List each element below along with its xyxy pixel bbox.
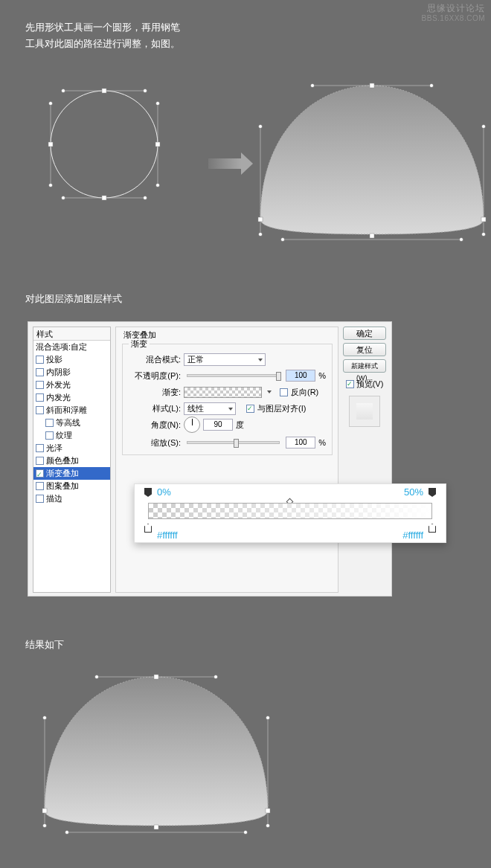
svg-point-32 (460, 238, 463, 242)
svg-point-25 (311, 84, 315, 88)
scale-slider[interactable] (187, 441, 280, 444)
style-row-9[interactable]: 渐变叠加 (33, 467, 110, 480)
angle-label: 角度(N): (129, 419, 181, 431)
svg-rect-21 (370, 83, 374, 88)
opacity-left-label: 0% (157, 486, 171, 498)
style-row-7[interactable]: 光泽 (33, 442, 110, 454)
style-row-11[interactable]: 描边 (33, 492, 110, 505)
dialog-buttons: 确定 复位 新建样式(W)... 预览(V) (342, 327, 387, 427)
svg-point-47 (65, 831, 69, 835)
style-row-5[interactable]: 等高线 (33, 417, 110, 429)
style-row-10[interactable]: 图案叠加 (33, 480, 110, 492)
preview-checkbox[interactable] (346, 380, 354, 388)
style-checkbox[interactable] (36, 393, 44, 402)
style-checkbox[interactable] (36, 368, 44, 376)
opacity-stop-left[interactable] (144, 488, 152, 497)
style-checkbox[interactable] (36, 406, 44, 414)
style-checkbox[interactable] (36, 356, 44, 364)
style-checkbox[interactable] (36, 381, 44, 389)
style-checkbox[interactable] (36, 444, 44, 452)
color-stop-left[interactable] (144, 524, 152, 533)
blend-options-row[interactable]: 混合选项:自定 (33, 341, 110, 353)
style-row-2[interactable]: 外发光 (33, 379, 110, 391)
opacity-stop-right[interactable] (429, 488, 436, 497)
ok-button[interactable]: 确定 (343, 327, 386, 340)
style-row-6[interactable]: 纹理 (33, 429, 110, 442)
style-label: 光泽 (46, 442, 62, 454)
align-checkbox[interactable] (246, 405, 254, 413)
style-label: 图案叠加 (46, 480, 79, 492)
scale-input[interactable]: 100 (286, 437, 315, 449)
styles-list: 样式 混合选项:自定 投影内阴影外发光内发光斜面和浮雕等高线纹理光泽颜色叠加渐变… (33, 327, 111, 593)
svg-rect-8 (155, 142, 160, 147)
svg-rect-39 (266, 808, 270, 813)
color-right-label: #ffffff (402, 530, 423, 541)
style-row-1[interactable]: 内阴影 (33, 366, 110, 379)
svg-rect-37 (154, 675, 158, 679)
circle-path (48, 89, 160, 200)
settings-panel: 渐变叠加 渐变 混合模式: 正常 不透明度(P): 100 % 渐变: 反向( (115, 327, 338, 593)
svg-rect-23 (481, 217, 486, 222)
svg-point-0 (51, 91, 158, 198)
style-select[interactable]: 线性 (184, 402, 236, 415)
style-checkbox[interactable] (36, 469, 44, 478)
group-legend: 渐变 (129, 338, 150, 350)
style-checkbox[interactable] (45, 419, 54, 427)
svg-rect-38 (42, 808, 47, 813)
reset-button[interactable]: 复位 (343, 343, 386, 356)
blendmode-label: 混合模式: (129, 354, 181, 365)
style-row-0[interactable]: 投影 (33, 353, 110, 366)
opacity-label: 不透明度(P): (129, 370, 181, 382)
svg-point-11 (62, 196, 65, 200)
angle-dial[interactable] (184, 417, 200, 433)
styles-header: 样式 (33, 327, 110, 341)
watermark: 思缘设计论坛 BBS.16XX8.COM (422, 3, 485, 24)
style-label: 颜色叠加 (46, 454, 79, 467)
style-checkbox[interactable] (36, 482, 44, 490)
color-stop-right[interactable] (429, 524, 436, 533)
style-checkbox[interactable] (36, 495, 44, 503)
gradient-picker[interactable] (184, 387, 262, 398)
style-row-3[interactable]: 内发光 (33, 391, 110, 404)
blendmode-select[interactable]: 正常 (184, 353, 266, 366)
style-row-4[interactable]: 斜面和浮雕 (33, 404, 110, 417)
svg-point-9 (62, 89, 65, 93)
svg-point-48 (244, 831, 248, 835)
svg-rect-5 (102, 89, 106, 93)
watermark-line2: BBS.16XX8.COM (422, 13, 485, 24)
style-label: 投影 (46, 353, 62, 366)
layer-style-dialog: 样式 混合选项:自定 投影内阴影外发光内发光斜面和浮雕等高线纹理光泽颜色叠加渐变… (28, 321, 392, 597)
opacity-input[interactable]: 100 (286, 370, 315, 382)
intro-line1: 先用形状工具画一个圆形，再用钢笔 (25, 19, 180, 36)
style-label: 内阴影 (46, 366, 71, 379)
svg-point-31 (281, 238, 285, 242)
gradient-bar[interactable] (148, 503, 432, 519)
angle-input[interactable]: 90 (203, 419, 233, 431)
svg-point-41 (95, 675, 99, 679)
dome-shape (246, 74, 491, 245)
svg-point-43 (43, 716, 47, 720)
svg-point-12 (144, 196, 147, 200)
figure-step1 (48, 86, 465, 245)
watermark-line1: 思缘设计论坛 (422, 3, 485, 13)
style-checkbox[interactable] (36, 457, 44, 465)
newstyle-button[interactable]: 新建样式(W)... (343, 359, 386, 373)
svg-rect-24 (370, 234, 374, 238)
style-row-8[interactable]: 颜色叠加 (33, 454, 110, 467)
preview-swatch (349, 396, 380, 427)
preview-label: 预览(V) (356, 379, 384, 390)
svg-point-42 (214, 675, 218, 679)
svg-point-13 (49, 102, 53, 106)
section2-title: 对此图层添加图层样式 (25, 292, 122, 306)
opacity-slider[interactable] (187, 374, 280, 377)
svg-point-45 (266, 716, 270, 720)
svg-point-26 (430, 84, 434, 88)
align-label: 与图层对齐(I) (257, 403, 306, 414)
style-label: 内发光 (46, 391, 71, 404)
reverse-checkbox[interactable] (280, 388, 288, 396)
style-label: 描边 (46, 492, 62, 505)
style-label: 外发光 (46, 379, 71, 391)
style-checkbox[interactable] (45, 431, 54, 440)
style-label: 纹理 (56, 429, 72, 442)
intro-line2: 工具对此圆的路径进行调整，如图。 (25, 36, 180, 52)
